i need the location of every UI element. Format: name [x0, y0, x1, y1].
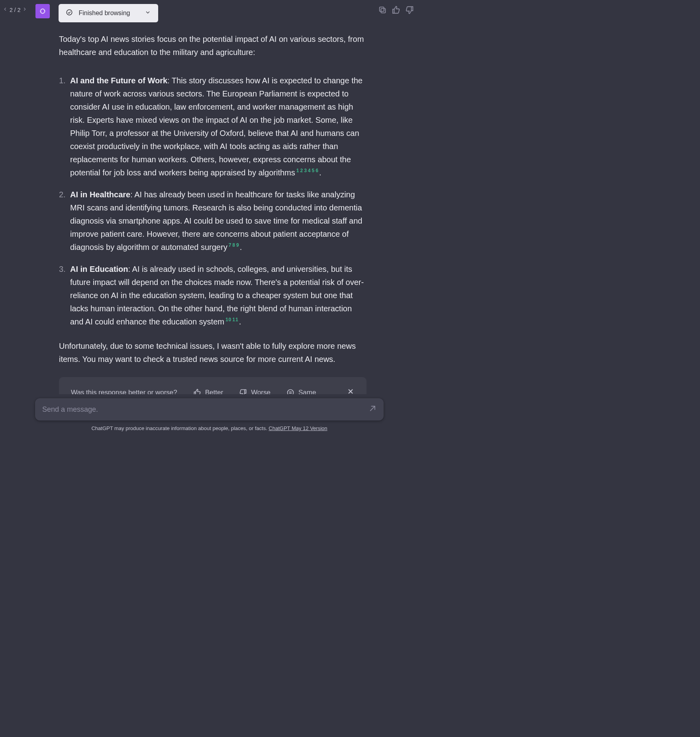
citation-link[interactable]: 4: [308, 168, 311, 173]
message-input[interactable]: [42, 405, 369, 414]
svg-rect-2: [381, 8, 385, 13]
thumbs-down-button[interactable]: [405, 6, 414, 16]
svg-rect-3: [380, 7, 384, 12]
citation-link[interactable]: 1: [296, 168, 300, 173]
citation-link[interactable]: 11: [232, 317, 238, 322]
citation-group: 123456: [296, 168, 319, 173]
list-item: 2.AI in Healthcare: AI has already been …: [59, 188, 367, 254]
list-title: AI in Healthcare: [70, 190, 130, 199]
citation-link[interactable]: 3: [304, 168, 307, 173]
assistant-avatar: [35, 4, 50, 18]
svg-line-9: [370, 406, 375, 411]
news-list: 1.AI and the Future of Work: This story …: [59, 74, 367, 328]
list-body: AI in Education: AI is already used in s…: [70, 263, 367, 328]
pager-next[interactable]: [22, 6, 27, 13]
list-item: 1.AI and the Future of Work: This story …: [59, 74, 367, 179]
list-number: 2.: [59, 188, 70, 254]
pager-current: 2: [10, 7, 13, 13]
copy-button[interactable]: [378, 6, 387, 16]
list-number: 3.: [59, 263, 70, 328]
list-body: AI and the Future of Work: This story di…: [70, 74, 367, 179]
svg-point-1: [67, 10, 73, 15]
browsing-status-label: Finished browsing: [78, 10, 139, 17]
citation-link[interactable]: 6: [316, 168, 319, 173]
check-circle-icon: [66, 9, 73, 18]
citation-link[interactable]: 10: [225, 317, 231, 322]
list-number: 1.: [59, 74, 70, 179]
citation-group: 789: [228, 242, 240, 248]
citation-link[interactable]: 2: [300, 168, 303, 173]
citation-link[interactable]: 5: [312, 168, 315, 173]
pager-prev[interactable]: [2, 6, 8, 13]
citation-link[interactable]: 8: [232, 242, 235, 248]
list-title: AI and the Future of Work: [70, 76, 167, 85]
list-item: 3.AI in Education: AI is already used in…: [59, 263, 367, 328]
pager-total: 2: [18, 7, 21, 13]
footer-disclaimer: ChatGPT may produce inaccurate informati…: [0, 421, 419, 435]
chevron-down-icon: [145, 9, 151, 17]
list-body: AI in Healthcare: AI has already been us…: [70, 188, 367, 254]
send-button[interactable]: [369, 405, 376, 414]
outro-paragraph: Unfortunately, due to some technical iss…: [59, 340, 367, 366]
thumbs-up-button[interactable]: [392, 6, 400, 16]
version-link[interactable]: ChatGPT May 12 Version: [269, 425, 327, 431]
list-title: AI in Education: [70, 265, 128, 273]
message-composer: [35, 398, 384, 421]
intro-paragraph: Today's top AI news stories focus on the…: [59, 33, 367, 59]
citation-link[interactable]: 7: [229, 242, 232, 248]
citation-group: 1011: [225, 317, 239, 322]
message-pager: 2 / 2: [2, 4, 27, 13]
citation-link[interactable]: 9: [236, 242, 239, 248]
browsing-status-dropdown[interactable]: Finished browsing: [59, 4, 158, 22]
